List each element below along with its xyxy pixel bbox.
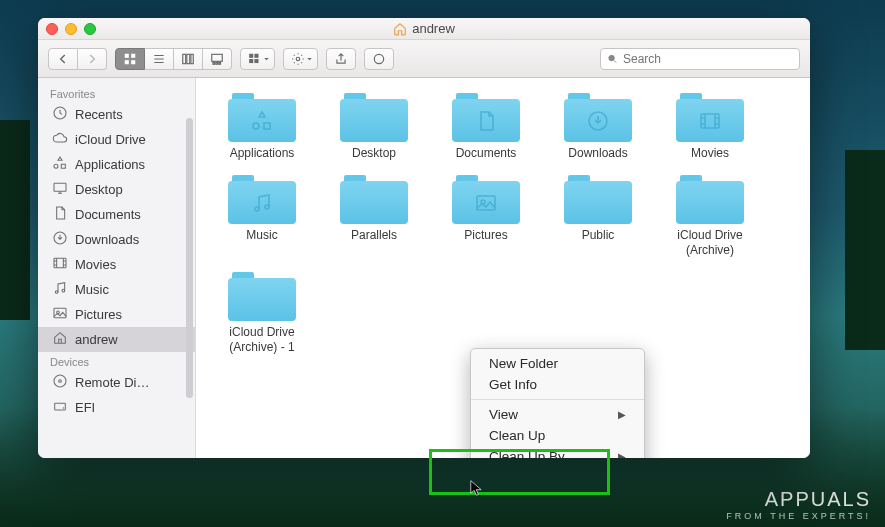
sidebar-item-documents[interactable]: Documents — [38, 202, 195, 227]
sidebar-item-desktop[interactable]: Desktop — [38, 177, 195, 202]
svg-rect-17 — [254, 59, 258, 63]
sidebar-scrollbar[interactable] — [186, 118, 193, 398]
home-icon — [52, 330, 68, 349]
svg-point-36 — [255, 207, 259, 211]
menu-item-label: Clean Up — [489, 428, 545, 443]
sidebar-item-andrew[interactable]: andrew — [38, 327, 195, 352]
svg-rect-8 — [187, 54, 190, 63]
svg-rect-15 — [254, 53, 258, 57]
close-button[interactable] — [46, 23, 58, 35]
sidebar-item-label: Downloads — [75, 232, 139, 247]
list-view-button[interactable] — [145, 48, 174, 70]
svg-rect-2 — [125, 60, 129, 64]
menu-item-clean-up-by[interactable]: Clean Up By▶ — [471, 446, 644, 458]
menu-item-get-info[interactable]: Get Info — [471, 374, 644, 395]
svg-point-19 — [374, 54, 383, 63]
icon-view-button[interactable] — [115, 48, 145, 70]
svg-rect-35 — [701, 114, 719, 128]
folder-icon — [452, 90, 520, 142]
menu-separator — [471, 399, 644, 400]
folder-item[interactable]: Pictures — [430, 172, 542, 257]
svg-rect-9 — [191, 54, 193, 63]
search-field[interactable] — [600, 48, 800, 70]
folder-item[interactable]: Movies — [654, 90, 766, 160]
folder-label: iCloud Drive (Archive) — [660, 228, 760, 257]
movie-icon — [52, 255, 68, 274]
sidebar-item-label: Music — [75, 282, 109, 297]
submenu-arrow-icon: ▶ — [618, 451, 626, 458]
svg-point-30 — [54, 375, 66, 387]
doc-icon — [52, 205, 68, 224]
sidebar-section-label: Devices — [38, 352, 195, 370]
folder-label: Applications — [230, 146, 295, 160]
sidebar-item-label: andrew — [75, 332, 118, 347]
sidebar-item-efi[interactable]: EFI — [38, 395, 195, 420]
svg-rect-14 — [249, 53, 253, 57]
sidebar-item-label: EFI — [75, 400, 95, 415]
folder-item[interactable]: Public — [542, 172, 654, 257]
menu-item-clean-up[interactable]: Clean Up — [471, 425, 644, 446]
folder-item[interactable]: iCloud Drive (Archive) - 1 — [206, 269, 318, 354]
sidebar-item-label: Applications — [75, 157, 145, 172]
folder-label: Music — [246, 228, 277, 242]
tags-button[interactable] — [364, 48, 394, 70]
sidebar-item-movies[interactable]: Movies — [38, 252, 195, 277]
back-button[interactable] — [48, 48, 78, 70]
svg-point-18 — [296, 57, 300, 61]
sidebar-item-label: Movies — [75, 257, 116, 272]
drive-icon — [52, 398, 68, 417]
search-input[interactable] — [623, 52, 793, 66]
menu-item-new-folder[interactable]: New Folder — [471, 353, 644, 374]
folder-icon — [228, 90, 296, 142]
svg-point-33 — [63, 407, 64, 408]
watermark-line1: APPUALS — [726, 488, 871, 511]
folder-icon — [340, 172, 408, 224]
share-button[interactable] — [326, 48, 356, 70]
menu-item-label: View — [489, 407, 518, 422]
folder-item[interactable]: Parallels — [318, 172, 430, 257]
sidebar-item-icloud-drive[interactable]: iCloud Drive — [38, 127, 195, 152]
folder-label: Documents — [456, 146, 517, 160]
folder-item[interactable]: Desktop — [318, 90, 430, 160]
sidebar-item-label: Documents — [75, 207, 141, 222]
sidebar-item-label: Pictures — [75, 307, 122, 322]
group-by-button[interactable] — [240, 48, 275, 70]
folder-item[interactable]: Documents — [430, 90, 542, 160]
svg-rect-23 — [54, 183, 66, 191]
svg-rect-0 — [125, 53, 129, 57]
folder-icon — [228, 269, 296, 321]
menu-item-view[interactable]: View▶ — [471, 404, 644, 425]
search-icon — [607, 53, 618, 65]
svg-rect-1 — [131, 53, 135, 57]
apps-icon — [52, 155, 68, 174]
home-icon — [393, 22, 407, 36]
folder-item[interactable]: iCloud Drive (Archive) — [654, 172, 766, 257]
finder-window: andrew — [38, 18, 810, 458]
svg-point-26 — [55, 291, 58, 294]
sidebar-item-label: Desktop — [75, 182, 123, 197]
svg-rect-32 — [55, 403, 66, 410]
column-view-button[interactable] — [174, 48, 203, 70]
watermark-line2: FROM THE EXPERTS! — [726, 511, 871, 521]
fullscreen-button[interactable] — [84, 23, 96, 35]
folder-icon — [676, 90, 744, 142]
sidebar-item-applications[interactable]: Applications — [38, 152, 195, 177]
window-controls — [46, 23, 96, 35]
folder-item[interactable]: Music — [206, 172, 318, 257]
forward-button[interactable] — [78, 48, 107, 70]
gallery-view-button[interactable] — [203, 48, 232, 70]
folder-item[interactable]: Downloads — [542, 90, 654, 160]
action-button[interactable] — [283, 48, 318, 70]
sidebar-item-remote-di-[interactable]: Remote Di… — [38, 370, 195, 395]
cursor-icon — [470, 480, 484, 498]
folder-item[interactable]: Applications — [206, 90, 318, 160]
minimize-button[interactable] — [65, 23, 77, 35]
folder-label: Pictures — [464, 228, 507, 242]
svg-line-21 — [614, 60, 616, 62]
sidebar-item-downloads[interactable]: Downloads — [38, 227, 195, 252]
sidebar-item-music[interactable]: Music — [38, 277, 195, 302]
sidebar-item-pictures[interactable]: Pictures — [38, 302, 195, 327]
sidebar-item-recents[interactable]: Recents — [38, 102, 195, 127]
folder-icon — [564, 90, 632, 142]
sidebar: FavoritesRecentsiCloud DriveApplications… — [38, 78, 196, 458]
